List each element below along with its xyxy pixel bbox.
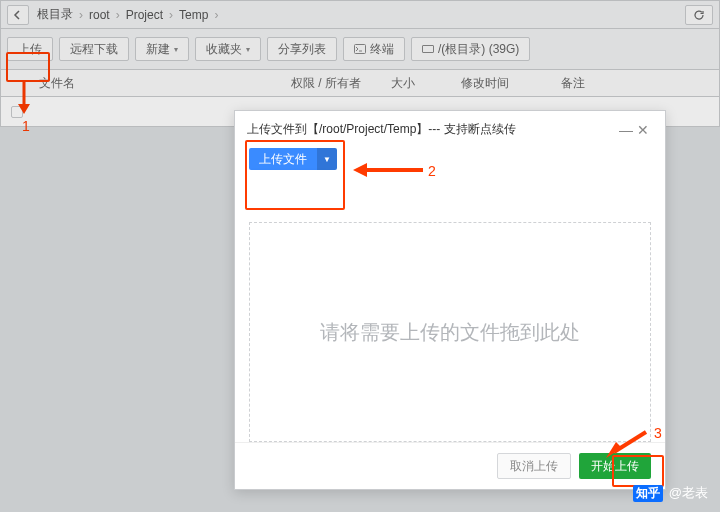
minimize-icon[interactable]: — bbox=[619, 122, 637, 138]
zhihu-logo: 知乎 bbox=[633, 485, 663, 502]
upload-file-button[interactable]: 上传文件 bbox=[249, 148, 317, 170]
upload-dropdown-toggle[interactable]: ▼ bbox=[317, 148, 337, 170]
upload-split-button[interactable]: 上传文件 ▼ 上传文件 上传目录 bbox=[249, 148, 337, 170]
cancel-upload-button[interactable]: 取消上传 bbox=[497, 453, 571, 479]
upload-modal: 上传文件到【/root/Project/Temp】--- 支持断点续传 —✕ 上… bbox=[234, 110, 666, 490]
close-icon[interactable]: ✕ bbox=[637, 122, 653, 138]
watermark: 知乎 @老表 bbox=[633, 484, 708, 502]
dropzone[interactable]: 请将需要上传的文件拖到此处 bbox=[249, 222, 651, 442]
modal-footer: 取消上传 开始上传 bbox=[235, 442, 665, 489]
modal-window-controls[interactable]: —✕ bbox=[619, 122, 653, 138]
watermark-author: @老表 bbox=[669, 484, 708, 502]
modal-title: 上传文件到【/root/Project/Temp】--- 支持断点续传 bbox=[247, 121, 516, 138]
dropzone-text: 请将需要上传的文件拖到此处 bbox=[320, 319, 580, 346]
modal-titlebar[interactable]: 上传文件到【/root/Project/Temp】--- 支持断点续传 —✕ bbox=[235, 111, 665, 148]
modal-body: 上传文件 ▼ 上传文件 上传目录 请将需要上传的文件拖到此处 bbox=[235, 148, 665, 442]
start-upload-button[interactable]: 开始上传 bbox=[579, 453, 651, 479]
